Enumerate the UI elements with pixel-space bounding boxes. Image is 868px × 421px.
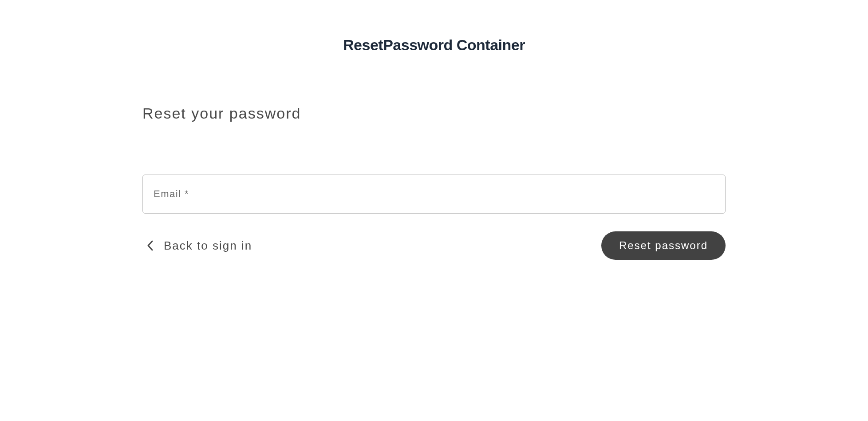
reset-password-container: Reset your password Email * Back to sign… xyxy=(142,54,726,260)
form-heading: Reset your password xyxy=(142,105,726,122)
back-link-label: Back to sign in xyxy=(164,239,252,253)
chevron-left-icon xyxy=(147,240,153,251)
email-input-wrapper: Email * xyxy=(142,175,726,214)
email-field[interactable] xyxy=(142,175,726,214)
actions-row: Back to sign in Reset password xyxy=(142,231,726,260)
page-title: ResetPassword Container xyxy=(0,0,868,54)
back-to-signin-link[interactable]: Back to sign in xyxy=(142,239,252,253)
reset-password-button[interactable]: Reset password xyxy=(601,231,726,260)
